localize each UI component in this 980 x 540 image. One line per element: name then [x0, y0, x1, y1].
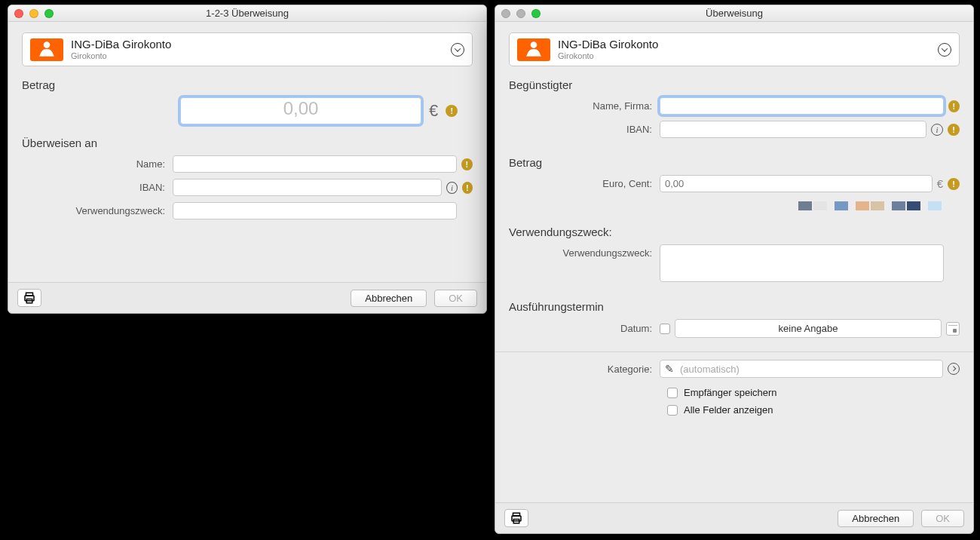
- save-recipient-checkbox[interactable]: [667, 388, 678, 398]
- account-type: Girokonto: [71, 51, 171, 61]
- account-type: Girokonto: [558, 51, 658, 61]
- iban-input[interactable]: [173, 179, 442, 196]
- print-button[interactable]: [17, 289, 41, 307]
- divider: [495, 351, 973, 352]
- cancel-button[interactable]: Abbrechen: [351, 290, 427, 307]
- section-amount: Betrag: [509, 156, 960, 169]
- chevron-right-icon[interactable]: [948, 363, 960, 375]
- footer: Abbrechen OK: [8, 282, 486, 313]
- section-transfer-to: Überweisen an: [22, 137, 473, 149]
- color-swatches[interactable]: [509, 201, 960, 210]
- minimize-icon[interactable]: [516, 9, 525, 18]
- warning-icon[interactable]: [462, 182, 473, 194]
- info-icon[interactable]: [931, 124, 943, 136]
- calendar-icon[interactable]: [946, 322, 960, 336]
- window-title: 1-2-3 Überweisung: [8, 8, 486, 19]
- chevron-down-icon[interactable]: [451, 43, 464, 57]
- name-firm-label: Name, Firma:: [509, 100, 660, 112]
- amount-label: Euro, Cent:: [509, 178, 660, 189]
- chevron-down-icon[interactable]: [938, 43, 951, 57]
- account-selector[interactable]: ING-DiBa Girokonto Girokonto: [509, 32, 960, 66]
- section-amount: Betrag: [22, 78, 473, 91]
- section-execution: Ausführungstermin: [509, 300, 960, 313]
- purpose-input[interactable]: [660, 244, 944, 282]
- iban-label: IBAN:: [509, 124, 660, 135]
- purpose-input[interactable]: [173, 202, 457, 219]
- wand-icon: ✎: [665, 363, 674, 375]
- window-123-uberweisung: 1-2-3 Überweisung ING-DiBa Girokonto Gir…: [8, 5, 487, 314]
- titlebar[interactable]: 1-2-3 Überweisung: [8, 5, 486, 22]
- save-recipient-label: Empfänger speichern: [684, 387, 777, 398]
- currency-label: €: [426, 101, 441, 121]
- maximize-icon[interactable]: [531, 9, 541, 18]
- purpose-label: Verwendungszweck:: [22, 205, 173, 216]
- footer: Abbrechen OK: [495, 502, 973, 533]
- account-selector[interactable]: ING-DiBa Girokonto Girokonto: [22, 32, 473, 66]
- section-beneficiary: Begünstigter: [509, 78, 960, 91]
- close-icon[interactable]: [14, 9, 23, 18]
- cancel-button[interactable]: Abbrechen: [838, 510, 914, 527]
- purpose-label: Verwendungszweck:: [509, 244, 660, 259]
- warning-icon[interactable]: [446, 105, 458, 117]
- name-label: Name:: [22, 158, 173, 170]
- show-all-fields-label: Alle Felder anzeigen: [684, 404, 773, 416]
- ok-button[interactable]: OK: [434, 290, 477, 307]
- account-name: ING-DiBa Girokonto: [558, 38, 658, 51]
- ok-button[interactable]: OK: [921, 510, 964, 527]
- bank-logo-icon: [30, 38, 63, 61]
- titlebar[interactable]: Überweisung: [495, 5, 973, 22]
- show-all-fields-checkbox[interactable]: [667, 405, 678, 416]
- bank-logo-icon: [517, 38, 550, 61]
- category-input[interactable]: ✎ (automatisch): [660, 360, 943, 378]
- warning-icon[interactable]: [948, 124, 960, 136]
- name-input[interactable]: [173, 155, 457, 173]
- amount-input[interactable]: [660, 175, 933, 192]
- info-icon[interactable]: [446, 182, 458, 194]
- window-title: Überweisung: [495, 8, 973, 19]
- date-label: Datum:: [509, 323, 660, 334]
- warning-icon[interactable]: [461, 158, 473, 170]
- window-uberweisung: Überweisung ING-DiBa Girokonto Girokonto…: [495, 5, 974, 534]
- close-icon[interactable]: [501, 9, 510, 18]
- iban-input[interactable]: [660, 121, 926, 138]
- amount-input[interactable]: [180, 97, 421, 124]
- minimize-icon[interactable]: [29, 9, 38, 18]
- currency-label: €: [937, 177, 943, 190]
- maximize-icon[interactable]: [44, 9, 54, 18]
- name-firm-input[interactable]: [660, 97, 944, 115]
- traffic-lights: [495, 9, 541, 18]
- category-label: Kategorie:: [509, 364, 660, 375]
- category-placeholder: (automatisch): [680, 364, 740, 375]
- account-name: ING-DiBa Girokonto: [71, 38, 171, 51]
- date-checkbox[interactable]: [660, 324, 670, 334]
- warning-icon[interactable]: [948, 100, 960, 112]
- traffic-lights: [8, 9, 54, 18]
- warning-icon[interactable]: [948, 178, 960, 190]
- print-button[interactable]: [504, 509, 528, 527]
- date-value[interactable]: keine Angabe: [675, 319, 942, 338]
- iban-label: IBAN:: [22, 182, 173, 193]
- section-purpose: Verwendungszweck:: [509, 226, 960, 238]
